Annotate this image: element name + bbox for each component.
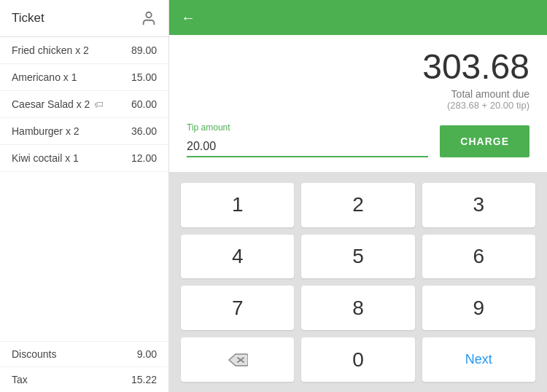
charge-button[interactable]: CHARGE — [440, 125, 529, 157]
back-arrow-icon[interactable]: ← — [181, 9, 195, 26]
item-price: 60.00 — [131, 98, 157, 110]
item-name: Caesar Salad x 2 🏷 — [12, 98, 104, 110]
numpad-key-9[interactable]: 9 — [422, 286, 535, 330]
payment-panel: ← 303.68 Total amount due (283.68 + 20.0… — [169, 0, 547, 392]
item-price: 36.00 — [131, 125, 157, 137]
numpad-key-4[interactable]: 4 — [181, 235, 294, 279]
discounts-label: Discounts — [12, 348, 56, 360]
ticket-items-list: Fried chicken x 2 89.00 Americano x 1 15… — [0, 37, 168, 341]
tip-label: Tip amount — [187, 122, 428, 133]
amount-tip-section: 303.68 Total amount due (283.68 + 20.00 … — [169, 35, 547, 173]
list-item: Americano x 1 15.00 — [0, 64, 168, 91]
numpad-next-button[interactable]: Next — [422, 337, 535, 382]
amount-breakdown: (283.68 + 20.00 tip) — [447, 100, 529, 111]
list-item: Fried chicken x 2 89.00 — [0, 37, 168, 64]
tag-icon: 🏷 — [94, 99, 104, 110]
numpad-key-3[interactable]: 3 — [422, 183, 535, 227]
item-name: Americano x 1 — [12, 71, 77, 83]
ticket-title: Ticket — [12, 11, 44, 26]
item-name: Fried chicken x 2 — [12, 44, 89, 56]
item-price: 89.00 — [131, 44, 157, 56]
ticket-panel: Ticket Fried chicken x 2 89.00 Americano… — [0, 0, 169, 392]
discounts-value: 9.00 — [137, 348, 157, 360]
discounts-row: Discounts 9.00 — [0, 341, 168, 366]
numpad-key-0[interactable]: 0 — [301, 337, 414, 382]
total-amount: 303.68 — [422, 48, 529, 87]
amount-display: 303.68 Total amount due (283.68 + 20.00 … — [365, 48, 529, 111]
tip-input-wrapper: Tip amount — [187, 122, 428, 157]
numpad-key-8[interactable]: 8 — [301, 286, 414, 330]
item-price: 12.00 — [131, 152, 157, 164]
tip-input[interactable] — [187, 137, 428, 157]
green-header-bar: ← — [169, 0, 547, 35]
ticket-footer: Discounts 9.00 Tax 15.22 — [0, 341, 168, 392]
ticket-header: Ticket — [0, 0, 168, 37]
numpad-key-5[interactable]: 5 — [301, 235, 414, 279]
svg-point-0 — [146, 12, 151, 17]
item-price: 15.00 — [131, 71, 157, 83]
numpad-key-6[interactable]: 6 — [422, 235, 535, 279]
person-icon[interactable] — [141, 10, 157, 26]
list-item: Kiwi coctail x 1 12.00 — [0, 145, 168, 172]
item-name: Hamburger x 2 — [12, 125, 79, 137]
list-item: Hamburger x 2 36.00 — [0, 118, 168, 145]
tax-value: 15.22 — [131, 374, 157, 385]
numpad-key-1[interactable]: 1 — [181, 183, 294, 227]
amount-section: 303.68 Total amount due (283.68 + 20.00 … — [169, 35, 547, 122]
numpad-backspace-button[interactable] — [181, 337, 294, 382]
tip-section: Tip amount CHARGE — [169, 122, 547, 173]
numpad-key-2[interactable]: 2 — [301, 183, 414, 227]
total-label: Total amount due — [451, 88, 529, 100]
tax-row: Tax 15.22 — [0, 366, 168, 392]
tax-label: Tax — [12, 374, 28, 385]
numpad: 1 2 3 4 5 6 7 8 9 0 Next — [169, 173, 547, 392]
numpad-key-7[interactable]: 7 — [181, 286, 294, 330]
list-item: Caesar Salad x 2 🏷 60.00 — [0, 91, 168, 118]
item-name: Kiwi coctail x 1 — [12, 152, 79, 164]
